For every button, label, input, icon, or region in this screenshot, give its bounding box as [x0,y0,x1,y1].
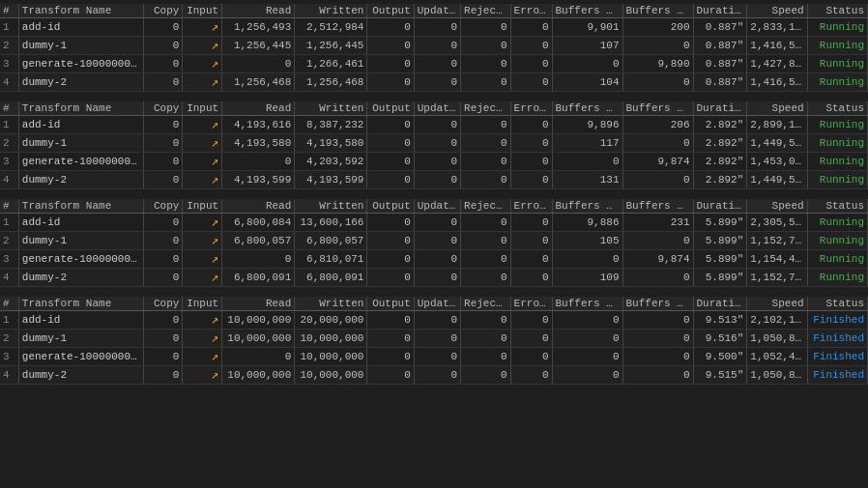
cell-col-name: add-id [18,116,143,134]
cell-col-name: generate-10000000-rows [18,348,143,366]
cell-col-errors: 0 [510,55,552,73]
section-4: #Transform NameCopyInputReadWrittenOutpu… [0,297,868,385]
cell-col-read: 10,000,000 [222,311,295,330]
cell-col-status: Finished [807,311,867,330]
cell-col-bufoutput: 206 [622,116,693,134]
cell-col-input: ↗ [183,214,222,232]
cell-col-read: 0 [222,153,295,171]
cell-col-updated: 0 [414,55,460,73]
cell-col-output: 0 [367,330,414,348]
cell-col-rejected: 0 [461,366,511,385]
cell-col-output: 0 [367,214,414,232]
cell-col-bufoutput: 9,890 [622,55,693,73]
table-row: 1add-id0↗1,256,4932,512,98400009,9012000… [0,18,868,37]
col-header-read: Read [222,297,295,311]
cell-col-copy: 0 [143,330,183,348]
col-header-buffers-input: Buffers Input [552,101,622,116]
cell-col-hash: 3 [0,153,18,171]
cell-col-hash: 2 [0,37,18,55]
input-arrow-icon: ↗ [211,173,218,187]
cell-col-copy: 0 [143,269,183,287]
cell-col-read: 10,000,000 [222,366,295,385]
col-header-read: Read [222,101,295,116]
cell-col-updated: 0 [414,171,460,189]
cell-col-bufinput: 105 [552,232,622,250]
cell-col-output: 0 [367,250,414,269]
cell-col-bufoutput: 0 [622,311,693,330]
cell-col-updated: 0 [414,116,460,134]
cell-col-bufinput: 0 [552,311,622,330]
cell-col-rejected: 0 [461,348,511,366]
cell-col-errors: 0 [510,214,552,232]
table-row: 2dummy-10↗1,256,4451,256,445000010700.88… [0,37,868,55]
table-row: 2dummy-10↗4,193,5804,193,580000011702.89… [0,134,868,153]
cell-col-copy: 0 [143,348,183,366]
cell-col-output: 0 [367,37,414,55]
cell-col-name: dummy-2 [18,269,143,287]
col-header-updated: Updated [414,4,460,18]
input-arrow-icon: ↗ [211,57,218,72]
cell-col-hash: 1 [0,18,18,37]
col-header-errors: Errors [510,297,552,311]
table-row: 4dummy-20↗1,256,4681,256,468000010400.88… [0,73,868,92]
cell-col-input: ↗ [183,55,222,73]
cell-col-copy: 0 [143,214,183,232]
col-header-copy: Copy [143,101,183,116]
cell-col-bufoutput: 9,874 [622,153,693,171]
cell-col-name: generate-10000000-rows [18,250,143,269]
cell-col-status: Finished [807,330,867,348]
col-header-buffers-output: Buffers Output [622,4,693,18]
cell-col-read: 6,800,057 [222,232,295,250]
cell-col-output: 0 [367,171,414,189]
col-header-transform-name: Transform Name [18,101,143,116]
cell-col-bufinput: 9,896 [552,116,622,134]
cell-col-duration: 9.515" [693,366,747,385]
col-header-copy: Copy [143,4,183,18]
cell-col-output: 0 [367,269,414,287]
col-header-output: Output [367,4,414,18]
col-header-duration: Duration [693,4,747,18]
cell-col-bufinput: 0 [552,55,622,73]
cell-col-input: ↗ [183,37,222,55]
col-header-copy: Copy [143,199,183,214]
cell-col-bufoutput: 0 [622,366,693,385]
cell-col-read: 1,256,468 [222,73,295,92]
cell-col-hash: 4 [0,171,18,189]
cell-col-speed: 2,102,165 [747,311,807,330]
input-arrow-icon: ↗ [211,368,218,383]
cell-col-speed: 1,152,754 [747,269,807,287]
col-header-written: Written [295,4,367,18]
cell-col-status: Running [807,73,867,92]
cell-col-rejected: 0 [461,232,511,250]
cell-col-speed: 1,050,862 [747,330,807,348]
cell-col-duration: 0.887" [693,18,747,37]
input-arrow-icon: ↗ [211,75,218,90]
cell-col-status: Running [807,232,867,250]
cell-col-input: ↗ [183,232,222,250]
cell-col-speed: 1,449,568 [747,171,807,189]
cell-col-bufinput: 0 [552,153,622,171]
section-2: #Transform NameCopyInputReadWrittenOutpu… [0,101,868,189]
cell-col-speed: 1,416,511 [747,37,807,55]
cell-col-read: 0 [222,55,295,73]
cell-col-output: 0 [367,18,414,37]
table-4: #Transform NameCopyInputReadWrittenOutpu… [0,297,868,385]
cell-col-name: add-id [18,18,143,37]
col-header-errors: Errors [510,101,552,116]
cell-col-updated: 0 [414,250,460,269]
table-row: 4dummy-20↗10,000,00010,000,0000000009.51… [0,366,868,385]
cell-col-input: ↗ [183,18,222,37]
table-row: 4dummy-20↗6,800,0916,800,091000010905.89… [0,269,868,287]
col-header-copy: Copy [143,297,183,311]
col-header-#: # [0,4,18,18]
cell-col-name: add-id [18,311,143,330]
cell-col-duration: 9.516" [693,330,747,348]
cell-col-hash: 4 [0,73,18,92]
cell-col-speed: 2,305,511 [747,214,807,232]
table-row: 3generate-10000000-rows0↗01,266,46100000… [0,55,868,73]
cell-col-updated: 0 [414,214,460,232]
col-header-written: Written [295,101,367,116]
cell-col-read: 0 [222,250,295,269]
cell-col-errors: 0 [510,73,552,92]
col-header-errors: Errors [510,4,552,18]
